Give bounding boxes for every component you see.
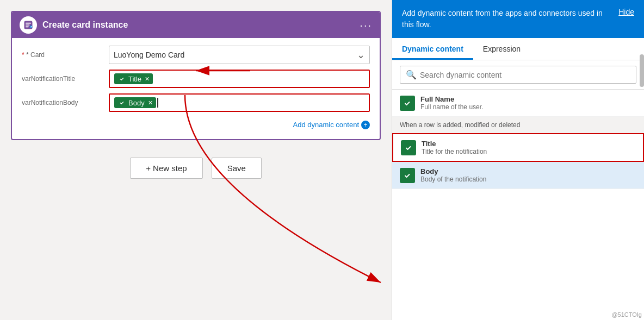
tab-dynamic-content[interactable]: Dynamic content	[392, 38, 473, 60]
body-tag-close[interactable]: ✕	[148, 99, 153, 106]
notification-body-input[interactable]: Body ✕	[109, 93, 370, 112]
dynamic-list: Full Name Full name of the user. When a …	[392, 90, 644, 320]
search-input[interactable]	[420, 71, 630, 79]
dynamic-item-body[interactable]: Body Body of the notification	[392, 162, 644, 189]
notification-title-label: varNotificationTitle	[22, 75, 109, 83]
notification-body-row: varNotificationBody Body ✕	[22, 93, 370, 112]
dynamic-item-fullname-icon	[400, 96, 415, 111]
add-dynamic-link[interactable]: Add dynamic content +	[293, 121, 370, 129]
dynamic-item-fullname-desc: Full name of the user.	[420, 103, 483, 111]
add-dynamic-plus-icon: +	[361, 121, 370, 129]
add-dynamic-label: Add dynamic content	[293, 121, 359, 129]
card-select[interactable]: LuoYong Demo Card ⌄	[109, 46, 370, 64]
notification-title-input[interactable]: Title ✕	[109, 70, 370, 88]
search-icon: 🔍	[406, 70, 417, 80]
section-header: When a row is added, modified or deleted	[392, 117, 644, 133]
svg-point-3	[119, 99, 125, 106]
right-panel-header-text: Add dynamic content from the apps and co…	[402, 8, 610, 30]
cursor-indicator	[157, 98, 158, 108]
dynamic-item-title-icon	[401, 140, 416, 155]
tag-icon	[117, 74, 126, 83]
search-box: 🔍	[392, 60, 644, 90]
title-tag-text: Title	[128, 75, 141, 83]
tabs-bar: Dynamic content Expression	[392, 38, 644, 60]
left-panel: Create card instance ··· * * Card LuoYon…	[0, 0, 392, 320]
svg-point-8	[403, 171, 412, 180]
notification-title-row: varNotificationTitle Title ✕	[22, 70, 370, 88]
notification-body-label: varNotificationBody	[22, 99, 109, 106]
new-step-button[interactable]: + New step	[130, 158, 202, 179]
scroll-thumb[interactable]	[640, 54, 644, 87]
right-panel-header: Add dynamic content from the apps and co…	[392, 0, 644, 38]
body-tag-icon	[117, 98, 126, 107]
tab-expression[interactable]: Expression	[473, 38, 530, 60]
card-select-value: LuoYong Demo Card	[114, 51, 184, 59]
svg-point-6	[403, 99, 412, 108]
dynamic-item-title-desc: Title for the notification	[422, 148, 487, 155]
dynamic-item-title[interactable]: Title Title for the notification	[392, 133, 644, 162]
title-tag-close[interactable]: ✕	[145, 76, 150, 83]
dynamic-item-body-desc: Body of the notification	[420, 175, 486, 183]
more-options-button[interactable]: ···	[360, 19, 372, 32]
dynamic-item-title-name: Title	[422, 140, 487, 148]
chevron-down-icon: ⌄	[357, 49, 365, 61]
dynamic-item-body-icon	[400, 168, 415, 183]
card-field-row: * * Card LuoYong Demo Card ⌄	[22, 46, 370, 64]
card-title: Create card instance	[42, 20, 128, 30]
dynamic-item-fullname[interactable]: Full Name Full name of the user.	[392, 90, 644, 117]
dynamic-item-fullname-name: Full Name	[420, 95, 483, 103]
right-panel: Add dynamic content from the apps and co…	[392, 0, 644, 320]
body-tag-text: Body	[128, 99, 145, 107]
body-tag: Body ✕	[114, 97, 156, 108]
svg-point-7	[404, 143, 413, 152]
card-header-left: Create card instance	[20, 16, 128, 34]
card-block: Create card instance ··· * * Card LuoYon…	[11, 11, 381, 140]
card-body: * * Card LuoYong Demo Card ⌄ varNotifica…	[12, 38, 380, 139]
card-header: Create card instance ···	[12, 12, 380, 38]
add-dynamic-container: Add dynamic content +	[22, 117, 370, 131]
hide-button[interactable]: Hide	[618, 8, 634, 16]
search-input-wrap: 🔍	[400, 66, 636, 84]
bottom-buttons: + New step Save	[130, 158, 262, 179]
dynamic-item-body-name: Body	[420, 167, 486, 175]
watermark: @51CTOIg	[611, 311, 642, 318]
title-tag: Title ✕	[114, 73, 153, 84]
save-button[interactable]: Save	[212, 158, 262, 179]
card-icon	[20, 16, 37, 34]
svg-point-2	[119, 76, 125, 82]
card-field-label: * * Card	[22, 51, 109, 59]
